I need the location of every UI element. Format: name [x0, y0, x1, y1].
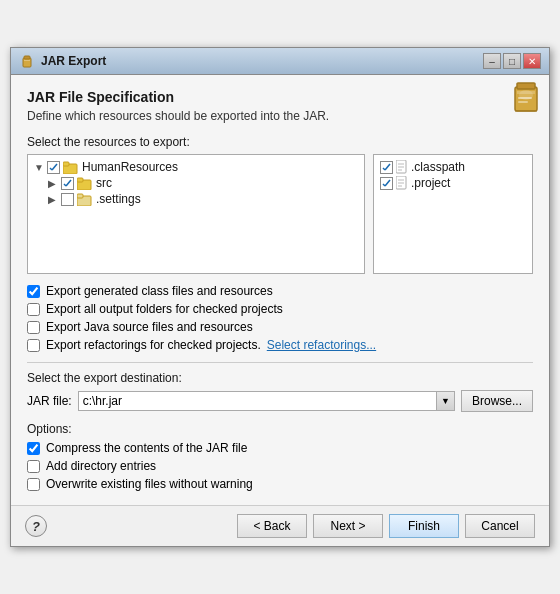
- tree-label-project: .project: [411, 176, 450, 190]
- jar-icon-decoration: [507, 75, 549, 120]
- export-output-folders-checkbox[interactable]: [27, 303, 40, 316]
- folder-icon-settings: [77, 193, 93, 206]
- close-button[interactable]: ✕: [523, 53, 541, 69]
- compress-checkbox[interactable]: [27, 442, 40, 455]
- dest-options-section: Options: Compress the contents of the JA…: [27, 422, 533, 491]
- export-class-files-label: Export generated class files and resourc…: [46, 284, 273, 298]
- page-description: Define which resources should be exporte…: [27, 109, 533, 123]
- export-destination-section: Select the export destination: JAR file:…: [27, 371, 533, 412]
- export-options: Export generated class files and resourc…: [27, 284, 533, 352]
- file-icon-classpath: [396, 160, 408, 174]
- resources-label: Select the resources to export:: [27, 135, 533, 149]
- compress-label: Compress the contents of the JAR file: [46, 441, 247, 455]
- jar-file-input[interactable]: [79, 392, 436, 410]
- destination-label: Select the export destination:: [27, 371, 533, 385]
- svg-rect-1: [24, 56, 30, 59]
- tree-label-src: src: [96, 176, 112, 190]
- dialog-content: JAR File Specification Define which reso…: [11, 75, 549, 505]
- select-refactorings-link[interactable]: Select refactorings...: [267, 338, 376, 352]
- export-output-folders-label: Export all output folders for checked pr…: [46, 302, 283, 316]
- checkbox-classpath[interactable]: [380, 161, 393, 174]
- add-directory-label: Add directory entries: [46, 459, 156, 473]
- export-refactorings-row: Export refactorings for checked projects…: [27, 338, 533, 352]
- left-tree-panel[interactable]: ▼ HumanResources ▶: [27, 154, 365, 274]
- svg-rect-28: [396, 176, 406, 189]
- tree-item-humanresources[interactable]: ▼ HumanResources: [32, 159, 360, 175]
- export-class-files-checkbox[interactable]: [27, 285, 40, 298]
- svg-rect-2: [24, 60, 30, 61]
- next-button[interactable]: Next >: [313, 514, 383, 538]
- back-button[interactable]: < Back: [237, 514, 307, 538]
- jar-file-row: JAR file: ▼ Browse...: [27, 390, 533, 412]
- dialog-footer: ? < Back Next > Finish Cancel: [11, 505, 549, 546]
- svg-rect-22: [396, 160, 406, 173]
- expand-arrow-humanresources[interactable]: ▼: [34, 162, 44, 173]
- svg-line-27: [385, 180, 390, 186]
- title-bar-buttons: – □ ✕: [483, 53, 541, 69]
- overwrite-row: Overwrite existing files without warning: [27, 477, 533, 491]
- checkbox-src[interactable]: [61, 177, 74, 190]
- expand-arrow-settings[interactable]: ▶: [48, 194, 58, 205]
- checkbox-humanresources[interactable]: [47, 161, 60, 174]
- overwrite-checkbox[interactable]: [27, 478, 40, 491]
- dialog-title: JAR Export: [41, 54, 106, 68]
- tree-item-settings[interactable]: ▶ .settings: [32, 191, 360, 207]
- folder-icon-src: [77, 177, 93, 190]
- svg-rect-17: [77, 178, 83, 182]
- svg-line-21: [385, 164, 390, 170]
- finish-button[interactable]: Finish: [389, 514, 459, 538]
- page-title: JAR File Specification: [27, 89, 533, 105]
- add-directory-row: Add directory entries: [27, 459, 533, 473]
- export-refactorings-label: Export refactorings for checked projects…: [46, 338, 261, 352]
- export-source-checkbox[interactable]: [27, 321, 40, 334]
- tree-label-classpath: .classpath: [411, 160, 465, 174]
- overwrite-label: Overwrite existing files without warning: [46, 477, 253, 491]
- svg-rect-4: [517, 83, 535, 89]
- folder-icon-humanresources: [63, 161, 79, 174]
- add-directory-checkbox[interactable]: [27, 460, 40, 473]
- file-icon-project: [396, 176, 408, 190]
- tree-label-settings: .settings: [96, 192, 141, 206]
- export-class-files-row: Export generated class files and resourc…: [27, 284, 533, 298]
- svg-rect-6: [517, 91, 535, 94]
- cancel-button[interactable]: Cancel: [465, 514, 535, 538]
- checkbox-settings[interactable]: [61, 193, 74, 206]
- browse-button[interactable]: Browse...: [461, 390, 533, 412]
- tree-panels: ▼ HumanResources ▶: [27, 154, 533, 274]
- export-source-row: Export Java source files and resources: [27, 320, 533, 334]
- jar-export-dialog: JAR Export – □ ✕ JAR File Specification …: [10, 47, 550, 547]
- compress-row: Compress the contents of the JAR file: [27, 441, 533, 455]
- right-tree-panel[interactable]: .classpath .project: [373, 154, 533, 274]
- tree-item-classpath[interactable]: .classpath: [378, 159, 528, 175]
- svg-line-15: [66, 180, 71, 186]
- tree-item-src[interactable]: ▶ src: [32, 175, 360, 191]
- footer-buttons: < Back Next > Finish Cancel: [237, 514, 535, 538]
- checkbox-project[interactable]: [380, 177, 393, 190]
- expand-arrow-src[interactable]: ▶: [48, 178, 58, 189]
- maximize-button[interactable]: □: [503, 53, 521, 69]
- tree-label-humanresources: HumanResources: [82, 160, 178, 174]
- help-button[interactable]: ?: [25, 515, 47, 537]
- minimize-button[interactable]: –: [483, 53, 501, 69]
- svg-rect-19: [77, 194, 83, 198]
- svg-line-11: [52, 164, 57, 170]
- jar-file-combo[interactable]: ▼: [78, 391, 455, 411]
- combo-arrow-icon[interactable]: ▼: [436, 392, 454, 410]
- footer-left: ?: [25, 515, 47, 537]
- svg-rect-9: [518, 101, 528, 103]
- export-refactorings-checkbox[interactable]: [27, 339, 40, 352]
- svg-rect-13: [63, 162, 69, 166]
- tree-item-project[interactable]: .project: [378, 175, 528, 191]
- export-source-label: Export Java source files and resources: [46, 320, 253, 334]
- export-output-folders-row: Export all output folders for checked pr…: [27, 302, 533, 316]
- svg-rect-8: [518, 97, 532, 99]
- jar-title-icon: [19, 53, 35, 69]
- options-title: Options:: [27, 422, 533, 436]
- divider-1: [27, 362, 533, 363]
- jar-file-label: JAR file:: [27, 394, 72, 408]
- title-bar: JAR Export – □ ✕: [11, 48, 549, 75]
- title-bar-left: JAR Export: [19, 53, 106, 69]
